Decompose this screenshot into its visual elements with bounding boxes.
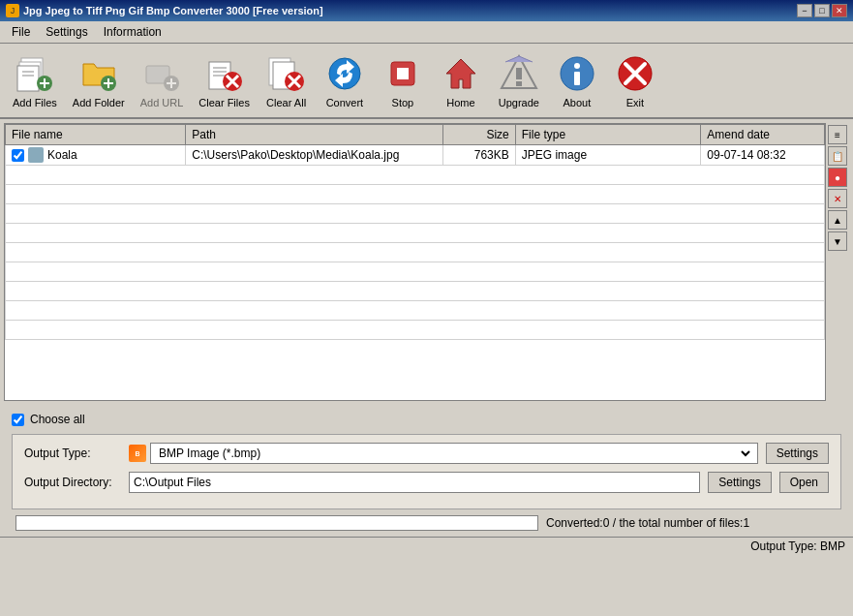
progress-row: Converted:0 / the total number of files:…	[8, 511, 845, 533]
cell-path: C:\Users\Pako\Desktop\Media\Koala.jpg	[186, 145, 443, 166]
output-panel: Output Type: B BMP Image (*.bmp) JPEG Im…	[12, 434, 841, 509]
upgrade-button[interactable]: Upgrade	[491, 47, 547, 113]
stop-button[interactable]: Stop	[375, 47, 431, 113]
file-list: File name Path Size File type Amend date…	[4, 123, 826, 401]
table-row	[6, 204, 825, 224]
window-title: Jpg Jpeg to Tiff Png Gif Bmp Converter 3…	[23, 5, 323, 16]
svg-rect-29	[397, 68, 409, 79]
menu-bar: File Settings Information	[0, 21, 853, 44]
choose-all-checkbox[interactable]	[12, 414, 24, 426]
convert-button[interactable]: Convert	[317, 47, 373, 113]
col-filename: File name	[6, 125, 186, 145]
output-type-select[interactable]: BMP Image (*.bmp) JPEG Image (*.jpg) PNG…	[155, 445, 753, 462]
table-row	[6, 321, 825, 340]
sidebar-btn-up[interactable]: ▲	[828, 210, 847, 230]
file-thumbnail	[28, 147, 44, 163]
add-url-button: Add URL	[134, 47, 191, 113]
cell-filename: Koala	[6, 145, 186, 166]
col-date: Amend date	[701, 125, 825, 145]
progress-bar	[15, 515, 538, 531]
table-row	[6, 282, 825, 301]
clear-all-button[interactable]: Clear AlI	[259, 47, 315, 113]
bmp-icon: B	[129, 445, 146, 462]
table-row	[6, 301, 825, 321]
file-table: File name Path Size File type Amend date…	[5, 124, 825, 340]
cell-date: 09-07-14 08:32	[701, 145, 825, 166]
menu-information[interactable]: Information	[96, 23, 169, 41]
table-row	[6, 224, 825, 243]
sidebar-btn-3[interactable]: ●	[828, 168, 847, 187]
add-files-button[interactable]: Add Files	[6, 47, 64, 113]
table-row	[6, 185, 825, 204]
right-sidebar: ≡ 📋 ● ✕ ▲ ▼	[828, 123, 849, 401]
svg-point-35	[574, 63, 580, 69]
output-type-select-wrapper: BMP Image (*.bmp) JPEG Image (*.jpg) PNG…	[150, 443, 758, 464]
sidebar-btn-1[interactable]: ≡	[828, 125, 847, 144]
add-folder-button[interactable]: Add Folder	[66, 47, 132, 113]
output-type-row: Output Type: B BMP Image (*.bmp) JPEG Im…	[24, 443, 829, 464]
row-checkbox[interactable]	[12, 149, 24, 162]
table-row	[6, 166, 825, 185]
about-button[interactable]: About	[549, 47, 605, 113]
col-filetype: File type	[515, 125, 701, 145]
table-row	[6, 243, 825, 262]
sidebar-btn-4[interactable]: ✕	[828, 189, 847, 208]
svg-rect-36	[574, 72, 580, 85]
output-type-status: Output Type: BMP	[750, 539, 845, 553]
cell-type: JPEG image	[515, 145, 701, 166]
choose-all-row: Choose all	[8, 409, 845, 432]
svg-rect-32	[516, 68, 522, 79]
table-row[interactable]: Koala C:\Users\Pako\Desktop\Media\Koala.…	[6, 145, 825, 166]
home-button[interactable]: Home	[433, 47, 489, 113]
col-path: Path	[186, 125, 443, 145]
output-dir-row: Output Directory: Settings Open	[24, 472, 829, 493]
output-dir-settings-button[interactable]: Settings	[708, 472, 771, 493]
svg-rect-2	[17, 66, 39, 91]
output-dir-label: Output Directory:	[24, 476, 121, 489]
cell-size: 763KB	[443, 145, 515, 166]
output-type-settings-button[interactable]: Settings	[766, 443, 829, 464]
status-bar: Output Type: BMP	[0, 537, 853, 555]
svg-point-27	[329, 58, 360, 89]
col-size: Size	[443, 125, 515, 145]
output-dir-input[interactable]	[129, 472, 700, 493]
window-controls: − □ ✕	[797, 4, 847, 17]
status-text: Converted:0 / the total number of files:…	[546, 516, 749, 530]
minimize-button[interactable]: −	[797, 4, 812, 17]
menu-settings[interactable]: Settings	[38, 23, 95, 41]
output-type-label: Output Type:	[24, 447, 121, 460]
menu-file[interactable]: File	[4, 23, 38, 41]
svg-rect-33	[516, 81, 522, 86]
open-dir-button[interactable]: Open	[779, 472, 829, 493]
title-bar: J Jpg Jpeg to Tiff Png Gif Bmp Converter…	[0, 0, 853, 21]
sidebar-btn-down[interactable]: ▼	[828, 231, 847, 251]
clear-files-button[interactable]: Clear Files	[192, 47, 257, 113]
toolbar: Add Files Add Folder Add URL	[0, 44, 853, 119]
svg-marker-30	[446, 59, 475, 88]
sidebar-btn-2[interactable]: 📋	[828, 146, 847, 166]
app-icon: J	[6, 4, 19, 17]
choose-all-label: Choose all	[30, 413, 85, 426]
close-button[interactable]: ✕	[832, 4, 847, 17]
table-row	[6, 262, 825, 282]
exit-button[interactable]: Exit	[607, 47, 663, 113]
restore-button[interactable]: □	[814, 4, 830, 17]
